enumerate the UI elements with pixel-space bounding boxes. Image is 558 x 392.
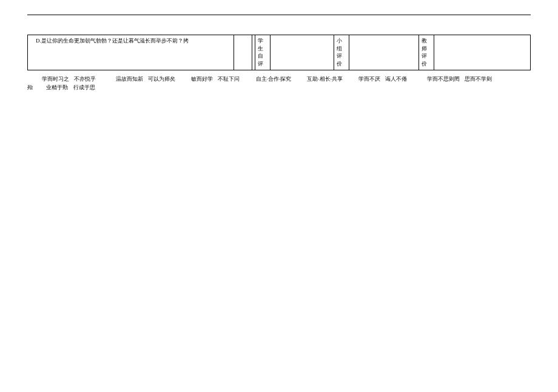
quote-seg: 业精于勤	[46, 84, 68, 90]
quote-seg: 学而时习之	[42, 76, 69, 82]
quote-seg: 诲人不倦	[385, 76, 407, 82]
footer-quotes: 学而时习之 不亦悦乎 温故而知新 可以为师矣 敏而好学 不耻下问 自主·合作·探…	[27, 75, 531, 92]
group-eval-value	[349, 35, 419, 70]
group-eval-label: 小组评价	[334, 35, 349, 70]
evaluation-table-wrap: D.是让你的生命更加朝气勃勃？还是让暮气滋长而举步不前？拷 学生自评 小组评价 …	[27, 35, 531, 70]
evaluation-table: D.是让你的生命更加朝气勃勃？还是让暮气滋长而举步不前？拷 学生自评 小组评价 …	[27, 35, 531, 70]
student-self-eval-value	[271, 35, 334, 70]
quote-seg: 自主·合作·探究	[256, 76, 292, 82]
blank-cell-1	[234, 35, 252, 70]
quote-seg: 互助·相长·共享	[307, 76, 343, 82]
main-content-text: D.是让你的生命更加朝气勃勃？还是让暮气滋长而举步不前？拷	[30, 37, 231, 45]
quote-seg: 不耻下问	[218, 76, 240, 82]
top-horizontal-rule	[27, 15, 531, 15]
quote-seg: 温故而知新	[116, 76, 143, 82]
student-self-eval-label: 学生自评	[255, 35, 271, 70]
quote-seg: 思而不学则	[465, 76, 492, 82]
footer-line-1: 学而时习之 不亦悦乎 温故而知新 可以为师矣 敏而好学 不耻下问 自主·合作·探…	[27, 75, 531, 84]
quote-seg: 行成于思	[73, 84, 95, 90]
quote-seg: 殆	[27, 84, 33, 90]
quote-seg: 学而不厌	[358, 76, 380, 82]
table-row: D.是让你的生命更加朝气勃勃？还是让暮气滋长而举步不前？拷 学生自评 小组评价 …	[28, 35, 531, 70]
quote-seg: 敏而好学	[191, 76, 213, 82]
teacher-eval-label: 教师评价	[419, 35, 434, 70]
teacher-eval-value	[434, 35, 531, 70]
quote-seg: 可以为师矣	[148, 76, 175, 82]
main-content-cell: D.是让你的生命更加朝气勃勃？还是让暮气滋长而举步不前？拷	[28, 35, 234, 70]
quote-seg: 学而不思则罔	[427, 76, 460, 82]
quote-seg: 不亦悦乎	[74, 76, 96, 82]
footer-line-2: 殆 业精于勤 行成于思	[27, 84, 531, 92]
